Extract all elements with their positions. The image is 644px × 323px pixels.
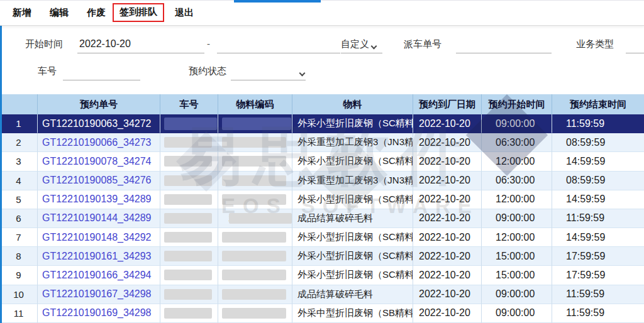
new-button[interactable]: 新增: [13, 7, 31, 19]
material-code-cell: [218, 114, 292, 133]
table-row[interactable]: 6GT12210190144_342891成品结算破碎毛料2022-10-200…: [0, 209, 644, 228]
table-body: 1GT12210190063_34272外采小型折旧废钢（SC精料）2022-1…: [0, 114, 644, 323]
vehicle-no-cell: [160, 209, 218, 228]
material-cell: 外采小型折旧废钢（SC精料）: [292, 152, 413, 171]
end-date-input[interactable]: [217, 35, 340, 53]
header-end-time[interactable]: 预约结束时间: [552, 94, 644, 114]
material-code-cell: [218, 190, 292, 209]
material-code-cell: [218, 266, 292, 285]
arrival-date-cell: 2022-10-20: [413, 114, 482, 133]
exit-button[interactable]: 退出: [175, 7, 194, 19]
material-code-cell: [218, 228, 292, 247]
start-time-cell: 06:30:00: [482, 172, 552, 190]
material-code-cell: [218, 152, 292, 171]
end-time-cell: 14:59:59: [552, 152, 644, 171]
table-row[interactable]: 3GT12210190078_34274外采小型折旧废钢（SC精料）2022-1…: [0, 152, 644, 171]
void-button[interactable]: 作废: [87, 7, 106, 19]
table-row[interactable]: 1GT12210190063_34272外采小型折旧废钢（SC精料）2022-1…: [0, 114, 644, 133]
material-code-cell: [218, 304, 292, 323]
end-time-cell: 17:59:59: [552, 247, 644, 266]
arrival-date-cell: 2022-10-20: [413, 152, 482, 171]
table-row[interactable]: 2GT12210190066_34273外采重型加工废钢3（JN3精料2022-…: [0, 133, 644, 152]
end-time-cell: 11:59:59: [552, 304, 644, 323]
order-number-link[interactable]: GT12210190161_34293: [38, 247, 160, 266]
toolbar: 新增 编辑 作废 签到排队 退出: [0, 0, 644, 26]
panel-left-border: [0, 26, 2, 323]
arrival-date-cell: 2022-10-20: [413, 133, 482, 152]
active-tab-accent-bar: [234, 0, 321, 3]
status-select[interactable]: [231, 62, 306, 80]
header-row-number: [0, 94, 38, 114]
end-time-cell: 17:59:59: [552, 266, 644, 285]
order-number-link[interactable]: GT12210190148_34292: [38, 228, 160, 247]
start-time-cell: 09:00:00: [482, 209, 552, 228]
order-number-link[interactable]: GT12210190066_34273: [38, 133, 160, 152]
end-time-cell: 11:59:59: [552, 114, 644, 133]
row-number: 7: [0, 228, 38, 247]
content-panel: 开始时间 - 自定义 派车单号 业务类型 车号 预约状态 预约单号: [0, 26, 644, 323]
material-cell: 成品结算破碎毛料: [292, 285, 413, 304]
start-date-input[interactable]: [77, 35, 204, 53]
order-number-link[interactable]: GT12210190078_34274: [38, 152, 160, 171]
business-type-input[interactable]: [626, 35, 644, 53]
checkin-queue-button[interactable]: 签到排队: [119, 6, 157, 18]
chevron-down-icon: [299, 70, 306, 77]
table-row[interactable]: 5GT12210190139_34289外采小型折旧废钢（SC精料）2022-1…: [0, 190, 644, 209]
table-row[interactable]: 7GT12210190148_34292外采小型折旧废钢（SC精料）2022-1…: [0, 228, 644, 247]
material-code-cell: [218, 172, 292, 190]
table-row[interactable]: 11GT12210190169_34298外采中型折旧废钢（SB精料）2022-…: [0, 304, 644, 323]
table-row[interactable]: 4GT12210190085_34276外采重型加工废钢3（JN3精料2022-…: [0, 172, 644, 190]
redacted-vehicle-no: [164, 194, 212, 205]
header-order-no[interactable]: 预约单号: [38, 94, 160, 114]
dispatch-no-input[interactable]: [456, 35, 552, 53]
range-type-select[interactable]: 自定义: [341, 35, 382, 53]
start-time-cell: 12:00:00: [482, 190, 552, 209]
row-number: 6: [0, 209, 38, 228]
vehicle-no-cell: [160, 266, 218, 285]
order-number-link[interactable]: GT12210190166_34294: [38, 266, 160, 285]
order-number-link[interactable]: GT12210190139_34289: [38, 190, 160, 209]
header-start-time[interactable]: 预约开始时间: [482, 94, 552, 114]
order-number-link[interactable]: GT12210190169_34298: [38, 304, 160, 323]
end-time-cell: 08:59:59: [552, 172, 644, 190]
edit-button[interactable]: 编辑: [50, 7, 69, 19]
table-row[interactable]: 8GT12210190161_34293外采小型折旧废钢（SC精料）2022-1…: [0, 247, 644, 266]
arrival-date-cell: 2022-10-20: [413, 304, 482, 323]
order-number-link[interactable]: GT12210190063_34272: [38, 114, 160, 133]
start-time-cell: 09:00:00: [482, 304, 552, 323]
vehicle-no-cell: [160, 285, 218, 304]
redacted-vehicle-no: [164, 156, 212, 167]
table-row[interactable]: 9GT12210190166_34294外采小型折旧废钢（SC精料）2022-1…: [0, 266, 644, 285]
row-number: 5: [0, 190, 38, 209]
material-cell: 外采重型加工废钢3（JN3精料: [292, 133, 413, 152]
start-time-cell: 15:00:00: [482, 247, 552, 266]
vehicle-no-cell: [160, 114, 218, 133]
material-cell: 外采小型折旧废钢（SC精料）: [292, 266, 413, 285]
header-material[interactable]: 物料: [292, 94, 413, 114]
business-type-label: 业务类型: [576, 38, 614, 50]
redacted-material-code: [222, 194, 286, 205]
app-window: 新增 编辑 作废 签到排队 退出 开始时间 - 自定义 派车单号 业务类型 车号…: [0, 0, 644, 323]
start-time-cell: 06:30:00: [482, 133, 552, 152]
vehicle-no-input[interactable]: [63, 62, 140, 80]
material-code-cell: [218, 285, 292, 304]
end-time-cell: 11:59:59: [552, 285, 644, 304]
vehicle-no-cell: [160, 228, 218, 247]
material-cell: 外采小型折旧废钢（SC精料）: [292, 190, 413, 209]
header-material-code[interactable]: 物料编码: [218, 94, 292, 114]
header-vehicle-no[interactable]: 车号: [160, 94, 218, 114]
order-number-link[interactable]: GT12210190167_34298: [38, 285, 160, 304]
filter-bar: 开始时间 - 自定义 派车单号 业务类型 车号 预约状态: [0, 26, 644, 94]
order-number-link[interactable]: GT12210190144_34289: [38, 209, 160, 228]
header-arrival-date[interactable]: 预约到厂日期: [413, 94, 482, 114]
material-code-cell: [218, 247, 292, 266]
end-time-cell: 11:59:59: [552, 209, 644, 228]
order-number-link[interactable]: GT12210190085_34276: [38, 172, 160, 190]
material-cell: 外采小型折旧废钢（SC精料）: [292, 228, 413, 247]
row-number: 8: [0, 247, 38, 266]
arrival-date-cell: 2022-10-20: [413, 209, 482, 228]
material-code-cell: 1: [218, 209, 292, 228]
redacted-vehicle-no: [164, 251, 212, 261]
table-row[interactable]: 10GT12210190167_34298成品结算破碎毛料2022-10-200…: [0, 285, 644, 304]
redacted-vehicle-no: [164, 213, 212, 224]
